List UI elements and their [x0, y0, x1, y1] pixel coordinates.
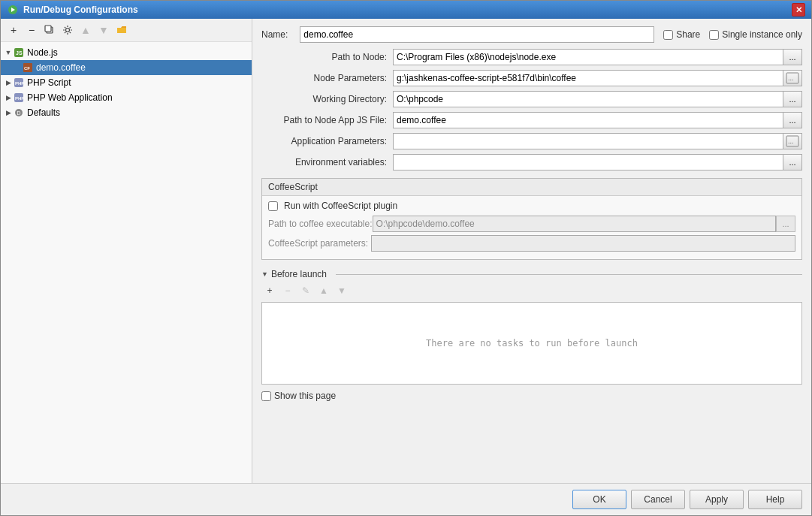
- single-instance-checkbox[interactable]: [709, 30, 719, 40]
- before-launch-title: Before launch: [261, 269, 327, 279]
- working-directory-input-group: ...: [393, 91, 802, 107]
- svg-text:...: ...: [788, 137, 794, 145]
- node-parameters-row: Node Parameters: ...: [261, 70, 802, 86]
- path-to-node-input[interactable]: [393, 49, 783, 65]
- coffee-params-label: CoffeeScript parameters:: [268, 238, 368, 249]
- env-vars-browse-button[interactable]: ...: [783, 154, 802, 170]
- dialog-footer: OK Cancel Apply Help: [1, 483, 811, 515]
- nodejs-icon: JS: [13, 47, 25, 59]
- tree-item-nodejs[interactable]: ▼ JS Node.js: [1, 45, 252, 60]
- app-parameters-browse-button[interactable]: ...: [783, 133, 802, 149]
- app-parameters-input[interactable]: [393, 133, 783, 149]
- name-input[interactable]: [300, 26, 654, 43]
- working-directory-input[interactable]: [393, 91, 783, 107]
- before-launch-divider: [336, 274, 802, 275]
- app-parameters-label: Application Parameters:: [261, 136, 393, 146]
- launch-up-button[interactable]: ▲: [315, 282, 332, 299]
- php-script-icon: PHP: [13, 77, 25, 89]
- before-launch-section: Before launch + − ✎ ▲ ▼ There are no tas…: [261, 269, 802, 385]
- tree-item-php-script-label: PHP Script: [27, 77, 71, 88]
- name-label: Name:: [261, 29, 288, 40]
- working-directory-browse-button[interactable]: ...: [783, 91, 802, 107]
- path-to-node-input-group: ...: [393, 49, 802, 65]
- single-instance-checkbox-label: Single instance only: [709, 29, 802, 40]
- cancel-button[interactable]: Cancel: [631, 490, 685, 509]
- tree-item-php-script[interactable]: ▶ PHP PHP Script: [1, 75, 252, 90]
- show-page-row: Show this page: [261, 391, 802, 401]
- node-parameters-browse-button[interactable]: ...: [783, 70, 802, 86]
- tree-item-defaults-label: Defaults: [27, 107, 60, 118]
- env-vars-input-group: ...: [393, 154, 802, 170]
- svg-text:PHP: PHP: [15, 96, 24, 101]
- coffeescript-section-title: CoffeeScript: [262, 179, 801, 196]
- tree-item-demo-coffee-label: demo.coffee: [36, 62, 86, 73]
- settings-config-button[interactable]: [59, 22, 76, 38]
- launch-empty-message: There are no tasks to run before launch: [426, 338, 638, 349]
- launch-down-button[interactable]: ▼: [334, 282, 350, 299]
- show-page-label: Show this page: [274, 391, 336, 401]
- coffeescript-section-content: Run with CoffeeScript plugin Path to cof…: [262, 196, 801, 259]
- app-parameters-input-group: ...: [393, 133, 802, 149]
- launch-remove-button[interactable]: −: [279, 282, 296, 299]
- node-parameters-input-group: ...: [393, 70, 802, 86]
- defaults-icon: D: [13, 107, 25, 119]
- left-toolbar: + − ▲ ▼: [1, 19, 252, 42]
- node-parameters-label: Node Parameters:: [261, 73, 393, 83]
- coffee-executable-row: Path to coffee executable: ...: [268, 216, 795, 232]
- add-config-button[interactable]: +: [5, 22, 22, 38]
- name-row: Name: Share Single instance only: [261, 26, 802, 43]
- path-to-node-row: Path to Node: ...: [261, 49, 802, 65]
- tree-item-demo-coffee[interactable]: CF demo.coffee: [1, 60, 252, 75]
- folder-config-button[interactable]: [113, 22, 130, 38]
- path-to-js-row: Path to Node App JS File: ...: [261, 112, 802, 128]
- ok-button[interactable]: OK: [572, 490, 626, 509]
- tree-item-nodejs-label: Node.js: [27, 47, 58, 58]
- working-directory-row: Working Directory: ...: [261, 91, 802, 107]
- move-down-config-button[interactable]: ▼: [95, 22, 112, 38]
- show-page-checkbox[interactable]: [261, 391, 271, 401]
- svg-rect-3: [45, 26, 51, 32]
- title-bar: Run/Debug Configurations ✕: [1, 1, 811, 19]
- move-up-config-button[interactable]: ▲: [77, 22, 94, 38]
- apply-button[interactable]: Apply: [690, 490, 744, 509]
- app-parameters-row: Application Parameters: ...: [261, 133, 802, 149]
- launch-edit-button[interactable]: ✎: [297, 282, 314, 299]
- run-coffeescript-checkbox[interactable]: [268, 201, 278, 211]
- tree-item-defaults[interactable]: ▶ D Defaults: [1, 105, 252, 120]
- coffee-executable-label: Path to coffee executable:: [268, 219, 373, 229]
- remove-config-button[interactable]: −: [23, 22, 40, 38]
- launch-empty-box: There are no tasks to run before launch: [261, 302, 802, 385]
- path-to-js-browse-button[interactable]: ...: [783, 112, 802, 128]
- php-web-icon: PHP: [13, 92, 25, 104]
- tree-item-php-web[interactable]: ▶ PHP PHP Web Application: [1, 90, 252, 105]
- node-parameters-input[interactable]: [393, 70, 783, 86]
- run-coffeescript-label: Run with CoffeeScript plugin: [268, 201, 795, 211]
- svg-text:D: D: [17, 110, 21, 116]
- close-button[interactable]: ✕: [792, 3, 805, 17]
- help-button[interactable]: Help: [748, 490, 802, 509]
- working-directory-label: Working Directory:: [261, 94, 393, 104]
- right-panel: Name: Share Single instance only Path to…: [252, 19, 811, 483]
- coffee-executable-input[interactable]: [373, 216, 776, 232]
- svg-text:PHP: PHP: [15, 81, 24, 86]
- coffee-executable-input-group: ...: [373, 216, 795, 232]
- before-launch-header: Before launch: [261, 269, 802, 279]
- path-to-js-input[interactable]: [393, 112, 783, 128]
- svg-text:JS: JS: [16, 50, 23, 56]
- run-debug-dialog: Run/Debug Configurations ✕ + − ▲ ▼: [0, 0, 812, 516]
- dialog-body: + − ▲ ▼ ▼: [1, 19, 811, 483]
- demo-coffee-icon: CF: [22, 62, 34, 74]
- coffee-executable-browse-button[interactable]: ...: [776, 216, 795, 232]
- share-checkbox[interactable]: [663, 30, 673, 40]
- coffee-params-input[interactable]: [371, 235, 795, 252]
- launch-add-button[interactable]: +: [261, 282, 278, 299]
- svg-point-4: [66, 29, 70, 32]
- path-to-js-label: Path to Node App JS File:: [261, 115, 393, 125]
- env-vars-label: Environment variables:: [261, 157, 393, 167]
- path-to-node-browse-button[interactable]: ...: [783, 49, 802, 65]
- copy-config-button[interactable]: [41, 22, 58, 38]
- share-checkbox-label: Share: [663, 29, 700, 40]
- env-vars-input[interactable]: [393, 154, 783, 170]
- coffee-params-row: CoffeeScript parameters:: [268, 235, 795, 252]
- left-panel: + − ▲ ▼ ▼: [1, 19, 252, 483]
